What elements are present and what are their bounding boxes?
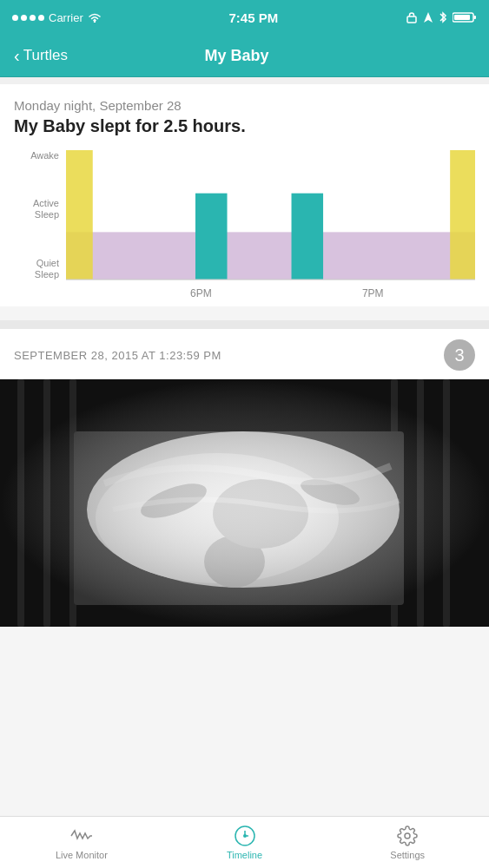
timeline-section: SEPTEMBER 28, 2015 AT 1:23:59 PM 3: [0, 329, 489, 627]
svg-rect-1: [407, 16, 416, 23]
svg-rect-9: [292, 194, 324, 279]
quiet-sleep-label: QuietSleep: [14, 258, 66, 280]
bottom-nav: Live Monitor Timeline Settings: [0, 816, 489, 868]
carrier-label: Carrier: [49, 11, 83, 24]
timeline-label: Timeline: [227, 850, 262, 860]
svg-marker-2: [424, 12, 433, 23]
timeline-date: SEPTEMBER 28, 2015 AT 1:23:59 PM: [14, 349, 221, 362]
svg-point-29: [405, 833, 410, 838]
awake-label: Awake: [14, 150, 66, 161]
live-monitor-label: Live Monitor: [56, 850, 108, 860]
chart-x-labels: 6PM 7PM: [66, 280, 475, 306]
status-right: [406, 11, 477, 23]
sleep-section: Monday night, September 28 My Baby slept…: [0, 84, 489, 306]
settings-icon: [396, 825, 419, 847]
time-label-6pm: 6PM: [190, 287, 212, 299]
nav-bar: ‹ Turtles My Baby: [0, 35, 489, 77]
chart-area: [66, 150, 475, 280]
status-left: Carrier: [12, 11, 102, 24]
back-label: Turtles: [23, 47, 68, 64]
sleep-chart: Awake ActiveSleep QuietSleep: [14, 150, 475, 306]
svg-rect-6: [66, 232, 475, 279]
baby-crib-svg: [0, 379, 489, 627]
wifi-icon: [88, 12, 102, 23]
svg-rect-5: [454, 15, 470, 20]
status-time: 7:45 PM: [229, 10, 279, 25]
timeline-icon: [234, 825, 256, 847]
nav-item-live-monitor[interactable]: Live Monitor: [0, 825, 163, 860]
nav-item-settings[interactable]: Settings: [326, 825, 489, 860]
svg-point-28: [243, 834, 247, 838]
location-icon: [423, 11, 433, 23]
battery-icon: [453, 11, 477, 23]
svg-rect-10: [450, 150, 475, 279]
nav-title: My Baby: [204, 47, 268, 65]
timeline-header: SEPTEMBER 28, 2015 AT 1:23:59 PM 3: [14, 339, 475, 371]
nav-item-timeline[interactable]: Timeline: [163, 825, 327, 860]
timeline-badge: 3: [444, 339, 475, 371]
lock-icon: [406, 11, 418, 23]
chart-svg: [66, 150, 475, 279]
svg-rect-4: [474, 16, 477, 19]
sleep-title: My Baby slept for 2.5 hours.: [14, 116, 475, 136]
signal-dots: [12, 15, 44, 21]
svg-rect-7: [66, 150, 93, 279]
chart-y-labels: Awake ActiveSleep QuietSleep: [14, 150, 66, 280]
svg-rect-8: [195, 194, 228, 279]
sleep-date: Monday night, September 28: [14, 98, 475, 113]
status-bar: Carrier 7:45 PM: [0, 0, 489, 35]
back-chevron-icon: ‹: [14, 47, 20, 64]
top-spacer: [0, 77, 489, 84]
svg-rect-26: [0, 379, 489, 627]
active-sleep-label: ActiveSleep: [14, 198, 66, 220]
live-monitor-icon: [70, 825, 93, 847]
section-divider: [0, 320, 489, 329]
back-button[interactable]: ‹ Turtles: [14, 47, 68, 64]
settings-label: Settings: [390, 850, 425, 860]
bluetooth-icon: [439, 11, 447, 23]
time-label-7pm: 7PM: [362, 287, 384, 299]
baby-image: [0, 379, 489, 627]
